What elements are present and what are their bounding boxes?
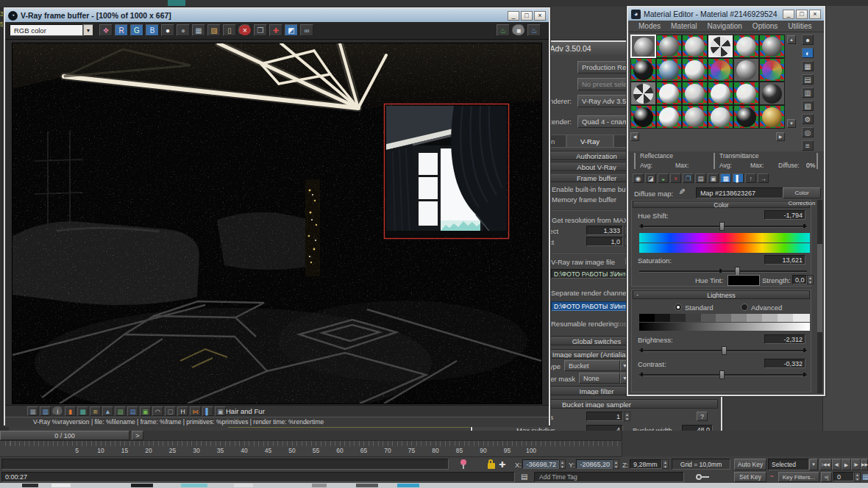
menu-material[interactable]: Material [671,22,697,30]
vfb-strip-icon-5[interactable]: ▩ [77,406,88,416]
min-subdivs-field[interactable]: 1 [586,412,623,421]
strength-spinner[interactable]: ▲▼ [807,275,814,284]
set-key-button[interactable]: Set Key [734,472,766,482]
background-icon[interactable]: ▦ [802,61,814,71]
sample-scroll-down-button[interactable]: ▼ [787,119,796,128]
help-button[interactable]: ? [697,412,708,421]
menu-modes[interactable]: Modes [638,22,661,30]
saturation-field[interactable]: 13,621 [764,255,805,265]
material-sample-slot[interactable] [733,35,759,58]
get-material-icon[interactable]: ◉ [633,173,644,183]
ab-split-icon[interactable]: ▌ [202,406,213,416]
z-coord-spinner[interactable]: ▲▼ [662,459,669,469]
notes-icon[interactable]: ▤ [521,473,527,481]
time-slider-handle[interactable]: 0 / 100 [0,431,129,440]
taskbar-item[interactable] [51,484,71,487]
material-map-navigator-icon[interactable]: ≡ [802,140,814,151]
key-mode-dropdown[interactable]: Selected [768,459,809,470]
contrast-field[interactable]: -0,332 [764,359,805,368]
contrast-slider[interactable] [639,370,807,379]
track-bar-ruler[interactable]: 5101520253035404550556065707580859095100 [0,441,622,457]
add-time-tag-field[interactable]: Add Time Tag [534,472,684,482]
brightness-slider[interactable] [639,346,807,355]
brightness-field[interactable]: -2,312 [764,334,805,344]
sample-type-icon[interactable]: ● [802,35,814,45]
lightness-collapse-icon[interactable]: - [636,290,638,298]
video-color-check-icon[interactable]: ▥ [802,87,814,98]
blue-channel-button[interactable]: B [146,24,159,36]
load-image-button[interactable]: ▨ [207,24,221,36]
vfb-strip-icon-6[interactable]: ≋ [90,406,101,416]
lightness-rollout-header[interactable]: Lightness [633,290,810,299]
material-sample-slot[interactable] [656,58,682,82]
go-to-end-button[interactable]: ▶▶| [861,459,868,470]
material-sample-slot[interactable] [708,82,733,105]
material-sample-slot[interactable] [682,58,708,82]
material-sample-slot[interactable] [733,82,759,105]
material-sample-slot[interactable] [759,58,785,82]
material-editor-titlebar[interactable]: ◕ Material Editor - Material #2146929524… [628,7,824,21]
frame-buffer-titlebar[interactable]: ◔ V-Ray frame buffer - [100% of 1000 x 6… [5,9,549,22]
coords-icon[interactable]: ✚ [499,460,505,470]
image-aspect-field[interactable]: 1,333 [586,226,623,235]
play-button[interactable]: ▶ [842,459,851,470]
curve-icon[interactable]: ◠ [152,406,163,416]
material-sample-slot[interactable] [682,35,708,58]
go-to-start-button[interactable]: |◀◀ [819,459,832,470]
y-coord-field[interactable]: -20865,20 [576,459,613,469]
time-configuration-icon[interactable]: ▦ [862,473,868,481]
make-copy-icon[interactable]: ❐ [683,173,694,183]
material-sample-slot[interactable] [682,105,708,129]
brightness-handle[interactable] [722,346,727,355]
minimize-button[interactable]: _ [508,11,519,21]
vfb-strip-icon-2[interactable]: ▥ [40,406,51,416]
vfb-strip-icon-9[interactable]: ▤ [127,406,138,416]
material-sample-slot[interactable] [656,35,682,58]
next-frame-button[interactable]: > [132,431,143,440]
vfb-strip-icon-1[interactable]: ▦ [27,406,38,416]
taskbar-item[interactable] [181,484,207,487]
sample-uv-tiling-icon[interactable]: ▤ [802,74,814,85]
material-sample-slot[interactable] [656,82,682,105]
key-mode-arrow[interactable]: ▼ [809,459,818,470]
options-icon[interactable]: ⚙ [802,114,814,124]
hue-shift-field[interactable]: -1,794 [764,210,805,220]
material-sample-slot[interactable] [630,35,656,58]
reset-map-icon[interactable]: × [670,173,681,183]
sample-scroll-right-button[interactable]: ▶ [776,132,785,141]
hue-shift-handle[interactable] [719,222,725,231]
material-sample-slot[interactable] [682,82,708,105]
prev-frame-button[interactable]: ◀| [832,459,842,470]
menu-options[interactable]: Options [753,22,778,30]
monochrome-button[interactable]: ● [177,24,190,36]
key-filters-button[interactable]: Key Filters... [778,472,819,482]
close-button[interactable]: × [534,11,546,21]
taskbar-item[interactable] [131,484,153,487]
eyedropper-icon[interactable]: ✎ [677,188,686,195]
current-frame-field[interactable]: 0 [833,472,854,481]
color-correction-button[interactable]: Color Correction [783,187,821,198]
select-by-material-icon[interactable]: ◎ [802,127,814,137]
menu-utilities[interactable]: Utilities [788,22,811,30]
taskbar-item[interactable] [356,484,378,487]
hue-shift-slider[interactable] [639,222,807,231]
red-channel-button[interactable]: R [115,24,128,36]
history-h-icon[interactable]: H [177,406,188,416]
close-button[interactable]: × [809,10,821,19]
vfb-strip-icon-4[interactable]: ▮ [65,406,76,416]
sample-scroll-left-button[interactable]: ◀ [630,132,639,141]
saturation-slider[interactable] [639,267,807,276]
strength-field[interactable]: 0,0 [792,275,807,284]
material-sample-slot[interactable] [733,58,759,82]
isolate-pin-icon[interactable] [460,459,467,469]
taskbar-item[interactable] [312,484,327,487]
vfb-strip-icon-10[interactable]: ▣ [140,406,151,416]
x-coord-spinner[interactable]: ▲▼ [559,459,566,469]
vfb-strip-icon-16[interactable]: ▣ [215,406,226,416]
material-sample-slot[interactable] [733,105,759,129]
menu-navigation[interactable]: Navigation [708,22,742,30]
vfb-strip-icon-8[interactable]: ▨ [115,406,126,416]
backlight-icon[interactable]: ◐ [802,48,814,58]
contrast-handle[interactable] [719,370,725,379]
selection-lock-icon[interactable] [488,463,495,469]
